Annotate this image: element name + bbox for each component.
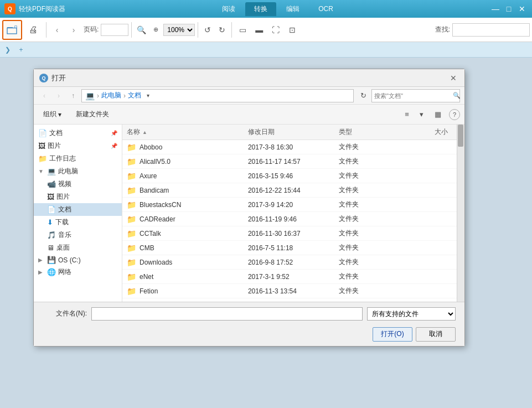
file-row[interactable]: 📁 Bandicam 2016-12-22 15:44 文件夹 xyxy=(122,183,457,198)
cancel-button[interactable]: 取消 xyxy=(416,327,456,342)
file-row[interactable]: 📁 CADReader 2016-11-19 9:46 文件夹 xyxy=(122,212,457,226)
col-header-name[interactable]: 名称 ▲ xyxy=(127,127,248,137)
tree-label-desktop: 桌面 xyxy=(56,243,117,252)
fit-page-button[interactable]: ⊡ xyxy=(285,22,300,38)
file-row[interactable]: 📁 Fetion 2016-11-3 13:54 文件夹 xyxy=(122,284,457,298)
file-row[interactable]: 📁 Axure 2016-3-15 9:46 文件夹 xyxy=(122,169,457,183)
file-name: CADReader xyxy=(140,215,175,223)
file-name: BluestacksCN xyxy=(140,201,181,209)
nav-forward-button[interactable]: › xyxy=(66,22,81,38)
col-name-label: 名称 xyxy=(127,127,140,137)
page-input[interactable] xyxy=(101,24,128,36)
right-panel: 名称 ▲ 修改日期 类型 大小 xyxy=(122,125,457,302)
file-type: 文件夹 xyxy=(339,243,399,252)
dialog-search-input[interactable] xyxy=(374,92,451,99)
tree-item-music[interactable]: 🎵 音乐 xyxy=(34,229,122,241)
search-box-icon[interactable]: 🔍 xyxy=(453,92,461,99)
file-row[interactable]: 📁 CMB 2016-7-5 11:18 文件夹 xyxy=(122,241,457,255)
tree-item-pictures2[interactable]: 🖼 图片 xyxy=(34,190,122,203)
nav-back-button[interactable]: ‹ xyxy=(49,22,65,38)
organize-button[interactable]: 组织 ▾ xyxy=(38,107,66,121)
tab-ocr[interactable]: OCR xyxy=(309,3,342,15)
preview-pane-button[interactable]: ▦ xyxy=(431,108,445,121)
downloads-icon: ⬇ xyxy=(47,218,53,226)
search-input[interactable] xyxy=(452,23,530,37)
file-date: 2016-3-15 9:46 xyxy=(248,172,339,180)
new-folder-button[interactable]: 新建文件夹 xyxy=(71,107,114,121)
folder-icon: 📁 xyxy=(127,157,136,166)
breadcrumb-bar: 💻 › 此电脑 › 文档 ▾ xyxy=(81,89,354,102)
open-button[interactable]: 打开(O) xyxy=(373,327,412,342)
tree-item-desktop[interactable]: 🖥 桌面 xyxy=(34,241,122,254)
single-page-button[interactable]: ▭ xyxy=(235,22,250,38)
nav-refresh-button[interactable]: ↻ xyxy=(357,90,369,102)
maximize-icon[interactable]: □ xyxy=(503,3,514,14)
filetype-select[interactable]: 所有支持的文件 xyxy=(367,307,456,321)
file-type: 文件夹 xyxy=(339,229,399,238)
refresh-forward-button[interactable]: ↻ xyxy=(215,23,229,37)
double-page-button[interactable]: ▬ xyxy=(251,22,267,38)
close-icon[interactable]: ✕ xyxy=(516,3,528,14)
tab-read[interactable]: 阅读 xyxy=(213,2,244,16)
file-name: CCTalk xyxy=(140,230,161,237)
file-row[interactable]: 📁 AlicallV5.0 2016-11-17 14:57 文件夹 xyxy=(122,154,457,169)
breadcrumb-documents[interactable]: 文档 xyxy=(128,91,141,100)
tree-item-computer[interactable]: ▼ 💻 此电脑 xyxy=(34,165,122,178)
drive-c-expand-icon: ▶ xyxy=(38,257,45,263)
zoom-select[interactable]: 100% 75% 125% 150% xyxy=(163,24,195,36)
search-box: 🔍 xyxy=(371,89,460,102)
file-row[interactable]: 📁 FetionBox 2016-11-3 13:54 文件夹 xyxy=(122,298,457,302)
breadcrumb-computer[interactable]: 此电脑 xyxy=(101,91,121,100)
file-row[interactable]: 📁 Aboboo 2017-3-8 16:30 文件夹 xyxy=(122,140,457,154)
file-row[interactable]: 📁 eNet 2017-3-1 9:52 文件夹 xyxy=(122,270,457,284)
col-header-size[interactable]: 大小 xyxy=(399,127,452,137)
tree-item-drive-c[interactable]: ▶ 💾 OS (C:) xyxy=(34,254,122,266)
tree-item-worklog[interactable]: 📁 工作日志 xyxy=(34,152,122,165)
file-list-header: 名称 ▲ 修改日期 类型 大小 xyxy=(122,125,457,140)
folder-icon: 📁 xyxy=(127,272,136,281)
tree-item-network[interactable]: ▶ 🌐 网络 xyxy=(34,266,122,278)
tree-item-documents[interactable]: 📄 文档 📌 xyxy=(34,127,122,140)
help-button[interactable]: ? xyxy=(449,109,460,120)
dialog-close-button[interactable]: ✕ xyxy=(448,73,459,84)
tree-item-video[interactable]: 📹 视频 xyxy=(34,178,122,190)
tree-item-downloads[interactable]: ⬇ 下载 xyxy=(34,216,122,229)
breadcrumb-dropdown-button[interactable]: ▾ xyxy=(143,91,152,100)
file-row[interactable]: 📁 BluestacksCN 2017-3-9 14:20 文件夹 xyxy=(122,198,457,212)
col-date-label: 修改日期 xyxy=(248,128,275,136)
tab-convert[interactable]: 转换 xyxy=(245,2,276,16)
col-header-type[interactable]: 类型 xyxy=(339,127,399,137)
dialog-nav-forward-button[interactable]: › xyxy=(53,90,65,102)
zoom-in-button[interactable]: ⊕ xyxy=(149,23,162,37)
panel-toggle-button[interactable]: ❯ xyxy=(2,44,13,55)
scrollbar[interactable] xyxy=(457,125,464,302)
file-type: 文件夹 xyxy=(339,171,399,180)
file-date: 2016-11-17 14:57 xyxy=(248,158,339,166)
filename-row: 文件名(N): 所有支持的文件 xyxy=(43,307,456,321)
file-date: 2016-11-19 9:46 xyxy=(248,215,339,223)
file-name: eNet xyxy=(140,273,153,281)
dialog-nav-up-button[interactable]: ↑ xyxy=(67,90,79,102)
refresh-back-button[interactable]: ↺ xyxy=(201,23,214,37)
list-view-button[interactable]: ≡ xyxy=(400,108,414,121)
new-tab-button[interactable]: + xyxy=(16,44,27,55)
zoom-out-button[interactable]: 🔍 xyxy=(135,23,148,37)
view-dropdown-button[interactable]: ▾ xyxy=(415,108,428,121)
col-header-date[interactable]: 修改日期 xyxy=(248,127,339,137)
tab-edit[interactable]: 编辑 xyxy=(277,2,308,16)
file-row[interactable]: 📁 CCTalk 2016-11-30 16:37 文件夹 xyxy=(122,226,457,241)
print-button[interactable]: 🖨 xyxy=(23,20,43,40)
title-tabs: 阅读 转换 编辑 OCR xyxy=(213,2,342,16)
file-row[interactable]: 📁 Downloads 2016-9-8 17:52 文件夹 xyxy=(122,255,457,270)
dialog-nav-back-button[interactable]: ‹ xyxy=(38,90,50,102)
minimize-icon[interactable]: — xyxy=(490,3,501,14)
tree-item-docs-selected[interactable]: 📄 文档 xyxy=(34,203,122,216)
open-file-button[interactable] xyxy=(2,20,22,40)
filename-input[interactable] xyxy=(91,307,363,321)
fit-width-button[interactable]: ⛶ xyxy=(268,22,283,38)
tree-item-pictures[interactable]: 🖼 图片 📌 xyxy=(34,140,122,152)
computer-expand-icon: ▼ xyxy=(38,168,45,174)
tab-bar: ❯ + xyxy=(0,42,532,58)
scroll-thumb[interactable] xyxy=(458,125,463,147)
file-name: Bandicam xyxy=(140,187,169,194)
